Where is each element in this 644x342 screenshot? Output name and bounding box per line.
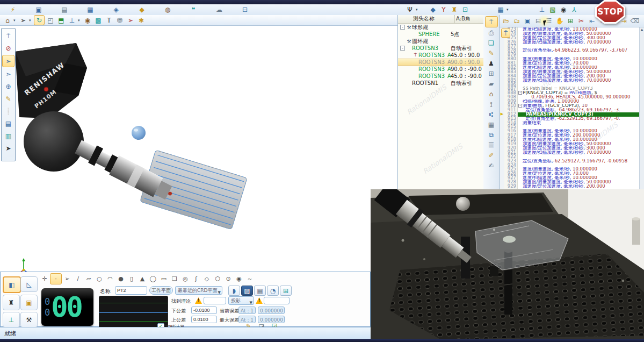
home-view-button[interactable]: ⌂: [3, 16, 12, 25]
probe-drag-button[interactable]: ➤: [3, 142, 14, 154]
probe-disable-button[interactable]: ⊘: [3, 42, 14, 54]
tree-row[interactable]: -ROOTSN3_A90_B...90.0 : 90.0: [398, 59, 484, 66]
dropdown-arrow-icon[interactable]: ▾: [29, 18, 33, 23]
cylinder-feature-icon[interactable]: ▯: [126, 274, 137, 284]
gauge-icon[interactable]: ⊞: [486, 68, 497, 79]
code-line[interactable]: 923定位/直角坐标,-62.529127, 9.166797, -0.6095…: [500, 159, 640, 163]
emergency-stop-button[interactable]: STOP: [593, 0, 627, 25]
code-line[interactable]: 929加速度/定位加速度, 毫米/秒秒, 200.000: [500, 184, 640, 189]
angle-view-toggle[interactable]: ◔: [267, 286, 279, 296]
annotate-text-button[interactable]: T: [104, 16, 114, 25]
rectangle-feature-icon[interactable]: ❏: [169, 274, 180, 284]
code-line[interactable]: 880速度/测量速度, 毫米/秒, 10.000000: [500, 57, 640, 61]
machine-button[interactable]: ⚒: [20, 312, 38, 327]
code-line[interactable]: 925速度/测量速度, 毫米/秒, 10.000000: [500, 167, 640, 172]
power-plug-icon[interactable]: ⚡: [8, 5, 18, 15]
tree-row[interactable]: -ROOTSN1自动索引: [398, 80, 484, 87]
code-line[interactable]: 916速度/测量速度, 毫米/秒, 10.000000: [500, 129, 640, 133]
code-line[interactable]: 874加速度/测量加速度, 毫米/秒秒, 50.000000: [500, 32, 640, 36]
code-line[interactable]: 914测量结束: [500, 121, 640, 125]
pan-hand-icon[interactable]: ✋: [555, 17, 565, 26]
code-line[interactable]: 884加速度/定位加速度, 毫米/秒秒, 200.000: [500, 74, 640, 79]
dropdown-arrow-icon[interactable]: ▾: [506, 8, 510, 12]
code-line[interactable]: 928加速度/测量加速度, 毫米/秒秒, 50.000000: [500, 180, 640, 184]
bell-icon[interactable]: ◍: [163, 5, 172, 15]
home-icon[interactable]: ⌂: [486, 89, 497, 99]
ball-feature-icon[interactable]: ◉: [234, 274, 244, 284]
upper-tolerance-input[interactable]: [191, 316, 217, 323]
open-file-icon[interactable]: 🗁: [501, 17, 511, 26]
document-icon[interactable]: ▤: [60, 5, 69, 15]
keyway-feature-icon[interactable]: ⊙: [223, 274, 234, 284]
probe-model-button[interactable]: ◧: [3, 276, 21, 293]
cloud-icon[interactable]: ☁: [214, 5, 224, 15]
code-line[interactable]: 881速度/定位速度, 毫米/秒, 70.000: [500, 61, 640, 66]
projection-dropdown[interactable]: 投影▼: [228, 296, 254, 305]
curve-feature-icon[interactable]: ʃ: [191, 274, 201, 284]
probe-button[interactable]: ♜: [3, 295, 20, 310]
code-line[interactable]: 886: [500, 83, 640, 87]
fixture-button[interactable]: ▣: [20, 295, 38, 310]
code-line[interactable]: 873速度/扫描速度, 毫米/秒, 10.000000: [500, 27, 640, 32]
gallery-icon[interactable]: ▣: [34, 5, 44, 15]
edit-box-icon[interactable]: ✍: [486, 160, 497, 170]
open-all-icon[interactable]: 🗂: [512, 17, 522, 26]
list-icon[interactable]: ☰: [486, 140, 497, 150]
add-line-icon[interactable]: ⊞: [566, 17, 575, 26]
chat-icon[interactable]: ❝: [189, 5, 198, 15]
lower-tolerance-input[interactable]: [191, 307, 217, 314]
code-line[interactable]: 920加速度/定位加速度, 毫米/秒秒, 300.000: [500, 146, 640, 151]
eraser-icon[interactable]: ▰: [486, 79, 497, 89]
code-line[interactable]: 908 0.706936, HEADCS, 45.000000, 90.0000…: [500, 95, 640, 99]
diamond-tool-icon[interactable]: ◆: [137, 5, 147, 15]
graph-view-toggle[interactable]: ▨: [241, 286, 253, 296]
plane-feature-icon[interactable]: ▱: [83, 274, 94, 284]
code-line[interactable]: 875加速度/定位加速度, 毫米/秒秒, 300.000: [500, 36, 640, 40]
code-line[interactable]: 913 定位/直角坐标, -62.529135, 69.166797, -0.: [500, 117, 640, 121]
tree-row[interactable]: -⚒圆环规: [398, 38, 484, 45]
code-line[interactable]: 882速度/扫描速度, 毫米/秒, 10.000000: [500, 66, 640, 70]
code-line[interactable]: 926速度/定位速度, 毫米/秒, 70.000: [500, 172, 640, 176]
probe-path-button[interactable]: ▥: [3, 130, 14, 141]
surface-feature-icon[interactable]: ◇: [201, 274, 212, 284]
copy-pages-icon[interactable]: ⧉: [486, 130, 497, 140]
tree-name-column-header[interactable]: 测头名称: [398, 15, 454, 23]
code-line[interactable]: 918速度/扫描速度, 毫米/秒, 10.000000: [500, 138, 640, 142]
fold-toggle-icon[interactable]: -: [518, 91, 523, 95]
select-cursor-button[interactable]: ➢: [18, 16, 28, 25]
save-icon[interactable]: ▣: [523, 17, 532, 26]
model-cube-icon[interactable]: ◆: [428, 5, 438, 15]
note-edit-icon[interactable]: ✎: [486, 48, 497, 58]
code-line[interactable]: 877: [500, 45, 640, 49]
tree-expander-icon[interactable]: -: [400, 25, 405, 30]
probe-scan-button[interactable]: ▤: [3, 118, 14, 129]
code-line[interactable]: 915: [500, 125, 640, 129]
tree-row[interactable]: -SPHERE5点: [398, 31, 484, 38]
code-line[interactable]: 883加速度/测量加速度, 毫米/秒秒, 50.000000: [500, 70, 640, 74]
code-line[interactable]: 911 定位/直角坐标, -64.986223, 69.166797, -3.: [500, 108, 640, 112]
program-grid-icon[interactable]: ▦: [496, 5, 505, 15]
probe-y-icon[interactable]: Υ: [439, 5, 448, 15]
code-line[interactable]: ▶912 PAMEAS/P(KNGCV_COPY3): [500, 112, 640, 117]
3d-viewport[interactable]: RENISHAW PH10M: [0, 26, 398, 272]
connector-icon[interactable]: ⑆: [486, 109, 497, 119]
table-view-toggle[interactable]: ▦: [254, 286, 266, 296]
feature-name-input[interactable]: [115, 286, 147, 295]
tree-row[interactable]: -⚒球形规: [398, 24, 484, 31]
visibility-eye-button[interactable]: ◉: [83, 16, 92, 25]
fit-view-button[interactable]: ⬒: [56, 16, 66, 25]
probe-edit-button[interactable]: ✎: [3, 93, 14, 104]
render-palette-button[interactable]: ▩: [93, 16, 103, 25]
code-line[interactable]: 922: [500, 155, 640, 159]
code-line[interactable]: 917速度/定位速度, 毫米/秒, 200.000000: [500, 133, 640, 138]
code-line[interactable]: 919加速度/测量加速度, 毫米/秒秒, 50.000000: [500, 142, 640, 146]
sphere-feature-icon[interactable]: ●: [115, 274, 126, 284]
calculator-icon[interactable]: ▦: [486, 119, 497, 130]
layers-icon[interactable]: ❏: [486, 38, 497, 48]
dropdown-arrow-icon[interactable]: ▾: [78, 18, 82, 23]
code-scrollbar[interactable]: ▲: [639, 27, 644, 189]
axes-button[interactable]: ⊥: [3, 312, 20, 327]
hook-feature-icon[interactable]: ～: [244, 274, 255, 284]
tree-row[interactable]: -⍑ROOTSN3_A45_B...45.0 : 90.0: [398, 52, 484, 59]
material-bucket-button[interactable]: ⛃: [115, 16, 125, 25]
